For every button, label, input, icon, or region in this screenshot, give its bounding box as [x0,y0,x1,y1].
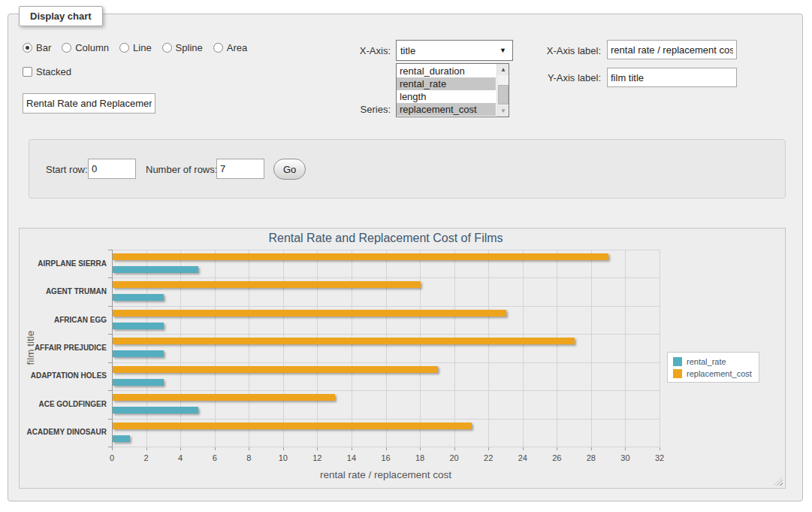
bar-replacement_cost[interactable] [113,366,438,373]
gridline-horizontal [112,277,660,278]
legend-item-replacement_cost[interactable]: replacement_cost [673,369,752,378]
gridline-vertical [215,250,216,447]
gridline-vertical [180,250,181,447]
gridline-vertical [386,250,387,447]
bar-rental_rate[interactable] [113,294,164,301]
x-axis-title: rental rate / replacement cost [112,469,660,480]
legend-item-rental_rate[interactable]: rental_rate [673,357,752,366]
x-axis-tick-label: 8 [237,453,260,462]
bar-rental_rate[interactable] [113,435,130,442]
series-select-label: Series: [338,104,391,115]
stacked-checkbox-option[interactable]: Stacked [23,66,71,77]
x-axis-tick [557,447,557,450]
chart-legend[interactable]: rental_ratereplacement_cost [667,352,759,383]
series-option-length[interactable]: length [397,90,496,103]
legend-label: rental_rate [687,357,726,366]
radio-icon[interactable] [23,43,32,53]
chart-title: Rental Rate and Replacement Cost of Film… [112,232,660,245]
bar-replacement_cost[interactable] [113,281,421,288]
scroll-down-icon[interactable]: ▼ [497,105,509,117]
gridline-vertical [454,250,455,447]
radio-icon[interactable] [62,43,71,53]
x-axis-tick [420,447,421,450]
scrollbar-thumb[interactable] [498,85,509,105]
x-axis-tick-label: 22 [477,453,500,462]
gridline-vertical [488,250,489,447]
stacked-option: Stacked [23,66,71,77]
chart-type-radio-line[interactable]: Line [119,42,152,53]
chart-type-radio-label: Spline [176,42,203,53]
x-axis-select[interactable]: title ▼ [396,40,513,61]
number-of-rows-input[interactable] [216,159,264,179]
x-axis-tick [146,447,147,450]
x-axis-tick [112,447,113,450]
x-axis-tick [352,447,352,450]
x-axis-select-label: X-Axis: [338,45,391,56]
bar-rental_rate[interactable] [113,407,198,414]
chart-type-radio-bar[interactable]: Bar [23,42,51,53]
fieldset-legend: Display chart [19,6,103,26]
gridline-vertical [317,250,318,447]
x-axis-tick-label: 10 [272,453,294,462]
gridline-vertical [660,250,660,447]
x-axis-tick-label: 26 [545,453,568,462]
gridline-horizontal [112,334,660,335]
x-axis-tick [488,447,489,450]
chart-title-input[interactable] [23,93,155,114]
radio-icon[interactable] [162,43,172,53]
x-axis-tick [591,447,592,450]
x-axis-tick [523,447,524,450]
radio-icon[interactable] [213,43,223,53]
gridline-vertical [557,250,557,447]
x-axis-label-input[interactable] [607,40,737,59]
chevron-down-icon: ▼ [500,47,506,54]
x-axis-tick [283,447,284,450]
x-axis-tick [625,447,626,450]
x-axis-tick [454,447,455,450]
bar-rental_rate[interactable] [113,266,198,273]
x-axis-tick-label: 6 [204,453,226,462]
x-axis-tick-label: 14 [340,453,363,462]
scroll-up-icon[interactable]: ▲ [497,64,509,75]
gridline-vertical [146,250,147,447]
chart-type-radio-spline[interactable]: Spline [162,42,203,53]
gridline-horizontal [112,306,660,307]
gridline-vertical [420,250,421,447]
bar-replacement_cost[interactable] [113,253,608,260]
x-axis-tick-label: 4 [169,453,192,462]
gridline-vertical [283,250,284,447]
gridline-vertical [523,250,524,447]
start-row-input[interactable] [88,159,136,179]
x-axis-select-value: title [400,45,415,56]
bar-rental_rate[interactable] [113,379,164,386]
bar-replacement_cost[interactable] [113,310,506,317]
y-axis-line [112,250,113,447]
y-axis-label-label: Y-Axis label: [526,72,601,83]
chart-type-radio-column[interactable]: Column [62,42,109,53]
bar-rental_rate[interactable] [113,323,164,329]
series-multiselect[interactable]: rental_durationrental_ratelengthreplacem… [396,63,509,117]
chart-container[interactable]: Rental Rate and Replacement Cost of Film… [19,228,786,489]
x-axis-tick-label: 2 [135,453,158,462]
series-scrollbar[interactable]: ▲ ▼ [497,64,509,117]
series-option-rental_rate[interactable]: rental_rate [397,77,496,90]
stacked-label: Stacked [36,66,71,77]
gridline-horizontal [112,362,660,363]
radio-icon[interactable] [119,43,129,53]
series-option-rental_duration[interactable]: rental_duration [397,65,496,77]
chart-type-radio-area[interactable]: Area [213,42,247,53]
chart-type-radio-label: Bar [36,42,51,53]
resize-grip-icon[interactable] [774,477,783,486]
bar-replacement_cost[interactable] [113,338,575,344]
bar-replacement_cost[interactable] [113,423,472,429]
bar-rental_rate[interactable] [113,350,164,357]
stacked-checkbox[interactable] [23,67,32,77]
gridline-vertical [625,250,626,447]
bar-replacement_cost[interactable] [113,394,335,401]
chart-type-radio-label: Line [133,42,152,53]
y-axis-label-input[interactable] [607,68,737,87]
x-axis-tick [180,447,181,450]
page: Display chart BarColumnLineSplineArea St… [0,0,812,512]
go-button[interactable]: Go [273,159,306,180]
series-option-replacement_cost[interactable]: replacement_cost [397,103,496,116]
